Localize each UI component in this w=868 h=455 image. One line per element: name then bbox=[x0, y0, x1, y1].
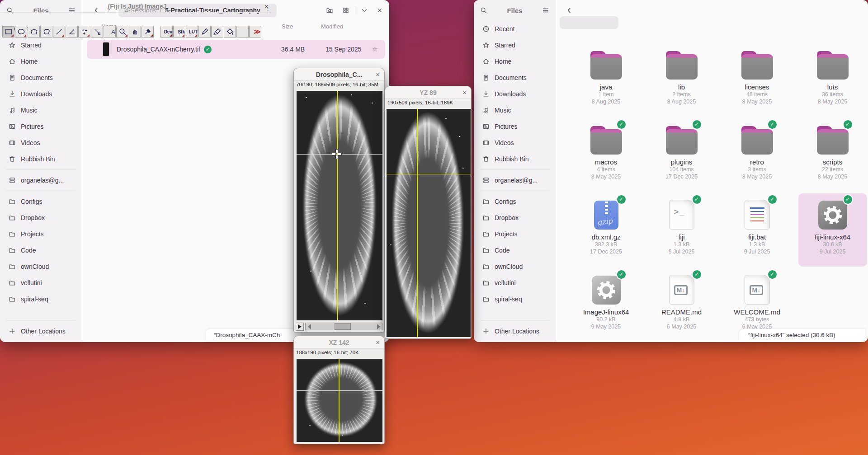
folder-icon bbox=[9, 279, 16, 286]
sidebar-item[interactable]: Downloads bbox=[2, 86, 80, 102]
imagej-tool-button[interactable] bbox=[129, 26, 141, 38]
sidebar-item-folder[interactable]: Dropbox bbox=[2, 210, 80, 226]
grid-item[interactable]: ✓ java 1 item 8 Aug 2025 bbox=[572, 43, 641, 117]
sidebar-item[interactable]: Videos bbox=[2, 135, 80, 151]
sidebar-item-folder[interactable]: Code bbox=[2, 242, 80, 258]
file-row-selected[interactable]: Drosophila_CAAX-mCherry.tif ✓ 36.4 MB 15… bbox=[87, 40, 385, 59]
sidebar-item[interactable]: Pictures bbox=[476, 118, 553, 135]
imagej-tool-button[interactable] bbox=[15, 26, 27, 38]
sidebar-item[interactable]: Starred bbox=[476, 37, 553, 53]
imagej-tool-button[interactable] bbox=[91, 26, 103, 38]
sidebar-item-folder[interactable]: Configs bbox=[2, 193, 80, 210]
grid-item[interactable]: ✓ db.xml.gz 382.3 kB 17 Dec 2025 bbox=[572, 193, 641, 267]
grid-item[interactable]: ✓ lib 2 items 8 Aug 2025 bbox=[647, 43, 716, 117]
imagej-tool-button[interactable] bbox=[142, 26, 154, 38]
sidebar-item[interactable]: Home bbox=[2, 53, 80, 70]
sidebar-item-folder[interactable]: vellutini bbox=[476, 275, 553, 291]
window-titlebar[interactable]: XZ 142 × bbox=[294, 336, 384, 349]
grid-view-icon[interactable] bbox=[342, 7, 349, 14]
sidebar-item-folder[interactable]: Configs bbox=[476, 193, 553, 210]
window-close-button[interactable]: × bbox=[462, 86, 467, 99]
window-close-button[interactable]: × bbox=[377, 6, 382, 14]
sidebar-item[interactable]: Rubbish Bin bbox=[2, 151, 80, 167]
scrollbar-thumb[interactable] bbox=[335, 323, 350, 330]
window-titlebar[interactable]: Drosophila_C... × bbox=[294, 68, 384, 81]
sidebar-item-folder[interactable]: vellutini bbox=[2, 275, 80, 291]
sidebar-item-other-locations[interactable]: Other Locations bbox=[2, 323, 80, 339]
imagej-tool-button[interactable]: Stk bbox=[173, 26, 185, 38]
grid-item[interactable]: ✓ scripts 22 items 8 May 2025 bbox=[798, 118, 867, 192]
grid-item[interactable]: ✓ fiji-linux-x64 30.6 kB 9 Jul 2025 bbox=[798, 193, 867, 267]
breadcrumb-partial[interactable] bbox=[560, 16, 618, 29]
sidebar-item-other-locations[interactable]: Other Locations bbox=[476, 323, 553, 339]
sidebar-item[interactable]: Home bbox=[476, 53, 553, 70]
imagej-tool-button[interactable]: Dev bbox=[160, 26, 173, 38]
back-button[interactable] bbox=[563, 5, 575, 16]
sidebar-item-folder[interactable]: spiral-seq bbox=[2, 291, 80, 307]
imagej-tool-button[interactable] bbox=[78, 26, 90, 38]
imagej-tool-button[interactable] bbox=[2, 26, 14, 38]
window-close-button[interactable]: × bbox=[376, 336, 380, 349]
column-modified[interactable]: Modified bbox=[321, 23, 343, 30]
sidebar-item[interactable]: Downloads bbox=[476, 86, 553, 102]
sidebar-item[interactable]: Documents bbox=[476, 70, 553, 86]
imagej-tool-button[interactable] bbox=[198, 26, 211, 38]
tool-icon bbox=[213, 28, 222, 36]
sidebar-item[interactable]: Pictures bbox=[2, 118, 80, 135]
search-icon[interactable] bbox=[480, 7, 487, 14]
grid-item[interactable]: ✓ plugins 104 items 17 Dec 2025 bbox=[647, 118, 716, 192]
imagej-tool-button[interactable] bbox=[28, 26, 40, 38]
sidebar-item[interactable]: Starred bbox=[2, 37, 80, 53]
imagej-tool-button[interactable]: LUT bbox=[186, 26, 198, 38]
sidebar-item[interactable]: Music bbox=[476, 102, 553, 118]
folder-search-icon[interactable] bbox=[326, 7, 333, 14]
scroll-left-arrow[interactable] bbox=[306, 323, 313, 330]
sidebar-item-folder[interactable]: Code bbox=[476, 242, 553, 258]
scroll-right-arrow[interactable] bbox=[375, 323, 382, 330]
sidebar-item[interactable]: Music bbox=[2, 102, 80, 118]
column-size[interactable]: Size bbox=[282, 23, 293, 30]
imagej-tool-button[interactable] bbox=[211, 26, 223, 38]
sidebar-item[interactable]: Videos bbox=[476, 135, 553, 151]
imagej-tool-button[interactable] bbox=[53, 26, 65, 38]
sidebar-item-account[interactable]: organelas@g... bbox=[2, 172, 80, 188]
sidebar-item-folder[interactable]: Projects bbox=[476, 226, 553, 242]
imagej-tool-button[interactable] bbox=[40, 26, 52, 38]
grid-item[interactable]: ✓ luts 36 items 8 May 2025 bbox=[798, 43, 867, 117]
grid-item[interactable]: ✓ licenses 46 items 8 May 2025 bbox=[723, 43, 792, 117]
grid-item[interactable]: ✓ retro 3 items 8 May 2025 bbox=[723, 118, 792, 192]
star-toggle[interactable]: ☆ bbox=[372, 45, 378, 53]
imagej-tool-button[interactable] bbox=[116, 26, 128, 38]
sidebar-item-folder[interactable]: Dropbox bbox=[476, 210, 553, 226]
grid-item[interactable]: ✓ fiji 1.3 kB 9 Jul 2025 bbox=[647, 193, 716, 267]
grid-item[interactable]: ✓ macros 4 items 8 May 2025 bbox=[572, 118, 641, 192]
xy-canvas[interactable] bbox=[297, 91, 382, 320]
sidebar-item[interactable]: Recent bbox=[476, 21, 553, 37]
imagej-tool-button[interactable]: ≫ bbox=[249, 26, 261, 38]
sidebar-item-account[interactable]: organelas@g... bbox=[476, 172, 553, 188]
sidebar-item-folder[interactable]: ownCloud bbox=[476, 258, 553, 275]
imagej-tool-button[interactable] bbox=[236, 26, 249, 38]
yz-canvas[interactable] bbox=[387, 109, 471, 337]
play-button[interactable] bbox=[296, 323, 304, 331]
hamburger-menu-icon[interactable] bbox=[542, 7, 549, 14]
xz-canvas[interactable] bbox=[297, 359, 382, 442]
window-close-button[interactable]: × bbox=[376, 68, 380, 81]
sidebar-item[interactable]: Rubbish Bin bbox=[476, 151, 553, 167]
imagej-tool-button[interactable] bbox=[66, 26, 78, 38]
grid-item[interactable]: ✓ ImageJ-linux64 90.2 kB 9 May 2025 bbox=[572, 268, 641, 342]
view-options-chevron-icon[interactable] bbox=[361, 7, 368, 14]
grid-item[interactable]: ✓ fiji.bat 1.3 kB 9 Jul 2025 bbox=[723, 193, 792, 267]
grid-item[interactable]: ✓ README.md 4.8 kB 6 May 2025 bbox=[647, 268, 716, 342]
sidebar-item-folder[interactable]: spiral-seq bbox=[476, 291, 553, 307]
window-titlebar[interactable]: YZ 89 × bbox=[385, 86, 471, 99]
slice-scrollbar[interactable] bbox=[305, 323, 382, 330]
sidebar-item-folder[interactable]: Projects bbox=[2, 226, 80, 242]
window-close-button[interactable]: × bbox=[264, 0, 269, 13]
tif-thumbnail bbox=[103, 42, 109, 56]
sidebar-item-folder[interactable]: ownCloud bbox=[2, 258, 80, 275]
imagej-titlebar[interactable]: (Fiji Is Just) ImageJ × bbox=[0, 0, 274, 13]
sidebar-item[interactable]: Documents bbox=[2, 70, 80, 86]
imagej-tool-button[interactable] bbox=[224, 26, 236, 38]
imagej-tool-button[interactable]: A bbox=[104, 26, 116, 38]
